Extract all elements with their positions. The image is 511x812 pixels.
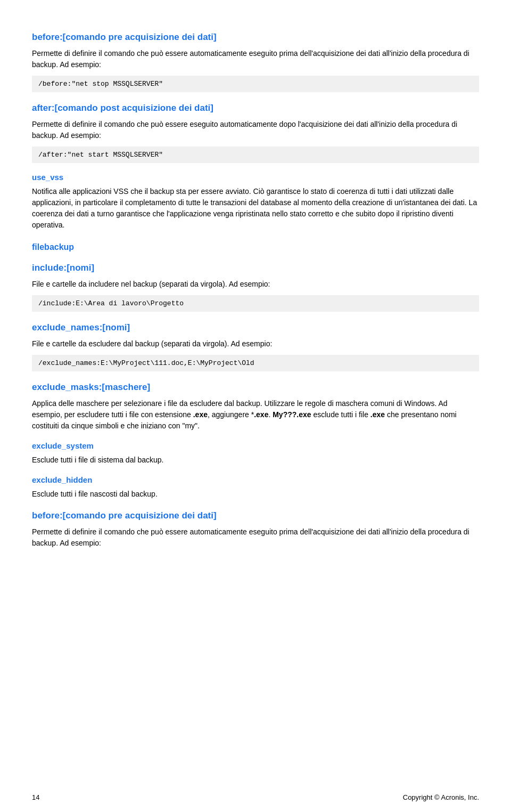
use-vss-body: Notifica alle applicazioni VSS che il ba…	[32, 186, 479, 231]
filebackup-heading: filebackup	[32, 242, 479, 252]
page-content: before:[comando pre acquisizione dei dat…	[0, 0, 511, 599]
before2-heading: before:[comando pre acquisizione dei dat…	[32, 510, 479, 521]
after-heading: after:[comando post acquisizione dei dat…	[32, 103, 479, 113]
after-body: Permette di definire il comando che può …	[32, 119, 479, 141]
exclude-system-heading: exclude_system	[32, 441, 479, 450]
section-exclude-system: exclude_system Esclude tutti i file di s…	[32, 441, 479, 466]
exclude-masks-body: Applica delle maschere per selezionare i…	[32, 398, 479, 432]
exe-bold-1: .exe	[193, 410, 208, 419]
section-after: after:[comando post acquisizione dei dat…	[32, 103, 479, 163]
before-body: Permette di definire il comando che può …	[32, 48, 479, 70]
include-heading: include:[nomi]	[32, 263, 479, 273]
copyright: Copyright © Acronis, Inc.	[403, 793, 479, 801]
page-footer: 14 Copyright © Acronis, Inc.	[0, 793, 511, 801]
exclude-names-code: /exclude_names:E:\MyProject\111.doc,E:\M…	[32, 355, 479, 371]
page-number: 14	[32, 793, 39, 801]
include-code: /include:E:\Area di lavoro\Progetto	[32, 295, 479, 312]
exclude-masks-heading: exclude_masks:[maschere]	[32, 382, 479, 393]
section-include: include:[nomi] File e cartelle da includ…	[32, 263, 479, 312]
after-code: /after:"net start MSSQLSERVER"	[32, 147, 479, 163]
exe-bold-2: .exe	[254, 410, 268, 419]
section-exclude-hidden: exclude_hidden Esclude tutti i file nasc…	[32, 475, 479, 500]
exe-bold-3: .exe	[370, 410, 385, 419]
before2-body: Permette di definire il comando che può …	[32, 526, 479, 549]
before-code: /before:"net stop MSSQLSERVER"	[32, 76, 479, 92]
exclude-names-body: File e cartelle da escludere dal backup …	[32, 338, 479, 350]
exclude-system-body: Esclude tutti i file di sistema dal back…	[32, 454, 479, 466]
exclude-hidden-body: Esclude tutti i file nascosti dal backup…	[32, 489, 479, 500]
section-filebackup: filebackup	[32, 242, 479, 252]
before-heading: before:[comando pre acquisizione dei dat…	[32, 32, 479, 43]
section-use-vss: use_vss Notifica alle applicazioni VSS c…	[32, 173, 479, 231]
section-before2: before:[comando pre acquisizione dei dat…	[32, 510, 479, 549]
include-body: File e cartelle da includere nel backup …	[32, 279, 479, 290]
section-exclude-names: exclude_names:[nomi] File e cartelle da …	[32, 322, 479, 371]
section-exclude-masks: exclude_masks:[maschere] Applica delle m…	[32, 382, 479, 432]
myexe-bold: My???.exe	[273, 410, 311, 419]
exclude-hidden-heading: exclude_hidden	[32, 475, 479, 484]
exclude-names-heading: exclude_names:[nomi]	[32, 322, 479, 333]
section-before: before:[comando pre acquisizione dei dat…	[32, 32, 479, 92]
use-vss-heading: use_vss	[32, 173, 479, 182]
